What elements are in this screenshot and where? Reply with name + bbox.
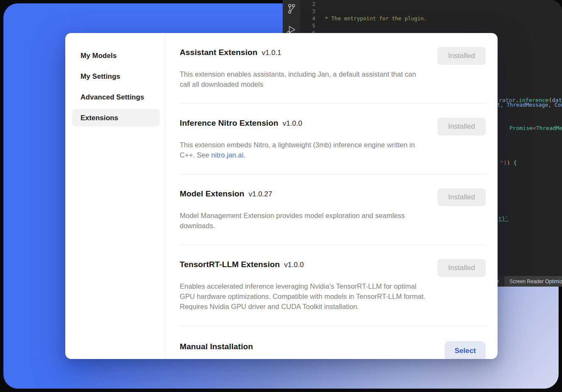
- sidebar-item-my-settings[interactable]: My Settings: [72, 67, 160, 85]
- sidebar-item-extensions[interactable]: Extensions: [72, 109, 160, 127]
- manual-installation-title: Manual Installation: [180, 341, 253, 352]
- manual-installation-section: Manual Installation Select Select an ext…: [180, 326, 486, 359]
- extension-title: Inference Nitro Extension: [180, 118, 278, 129]
- installed-button[interactable]: Installed: [437, 259, 486, 277]
- extension-item-inference-nitro: Inference Nitro Extension v1.0.0 Install…: [180, 104, 486, 174]
- editor-line-numbers: 2 3 4 5 6: [300, 0, 315, 36]
- extension-version: v1.0.27: [248, 190, 272, 199]
- select-file-button[interactable]: Select: [445, 341, 486, 359]
- extension-version: v1.0.0: [284, 261, 303, 269]
- installed-button[interactable]: Installed: [437, 188, 486, 206]
- extension-description: Model Management Extension provides mode…: [180, 210, 428, 231]
- sidebar-item-my-models[interactable]: My Models: [72, 47, 160, 64]
- nitro-jan-ai-link[interactable]: nitro.jan.ai.: [211, 151, 245, 159]
- sidebar-item-advanced-settings[interactable]: Advanced Settings: [72, 88, 160, 106]
- extensions-list: Assistant Extension v1.0.1 Installed Thi…: [166, 33, 498, 359]
- source-control-icon[interactable]: [286, 3, 297, 14]
- extension-description: Enables accelerated inference leveraging…: [180, 281, 428, 312]
- extension-item-tensorrt-llm: TensortRT-LLM Extension v1.0.0 Installed…: [180, 245, 486, 326]
- settings-sidebar: My Models My Settings Advanced Settings …: [65, 33, 166, 359]
- extension-title: TensortRT-LLM Extension: [180, 259, 280, 270]
- extension-version: v1.0.0: [283, 119, 302, 128]
- extension-description: This extension enables assistants, inclu…: [180, 69, 428, 89]
- extension-title: Assistant Extension: [180, 47, 258, 58]
- code-fragment-promise: Promise<ThreadMessage>: [509, 125, 562, 131]
- extension-version: v1.0.1: [262, 49, 281, 57]
- installed-button[interactable]: Installed: [437, 118, 486, 135]
- extension-description: This extension embeds Nitro, a lightweig…: [180, 140, 428, 160]
- extension-item-assistant: Assistant Extension v1.0.1 Installed Thi…: [180, 33, 486, 104]
- code-fragment-condition: ")) {: [500, 160, 517, 166]
- code-fragment-inference: rator.inference(data));: [499, 97, 562, 103]
- code-fragment-template: t}`: [498, 215, 508, 222]
- extension-item-model: Model Extension v1.0.27 Installed Model …: [180, 174, 486, 245]
- status-item-screen-reader[interactable]: Screen Reader Optimize: [504, 276, 562, 287]
- extension-title: Model Extension: [180, 188, 244, 199]
- installed-button[interactable]: Installed: [437, 47, 486, 65]
- settings-modal: My Models My Settings Advanced Settings …: [65, 33, 498, 359]
